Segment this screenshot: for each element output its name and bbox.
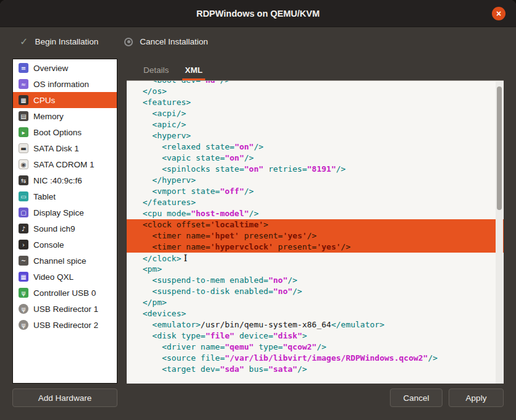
code-line: <disk type="file" device="disk">	[127, 330, 504, 342]
display-icon	[19, 208, 28, 217]
code-line: <source file="/var/lib/libvirt/images/RD…	[127, 353, 504, 364]
add-hardware-button[interactable]: Add Hardware	[12, 388, 117, 407]
text-cursor-ibeam: I	[184, 253, 187, 264]
sidebar-item-memory[interactable]: Memory	[13, 108, 117, 124]
sidebar-item-display-spice[interactable]: Display Spice	[13, 204, 117, 220]
tab-xml[interactable]: XML	[177, 59, 211, 80]
begin-installation-button[interactable]: ✓ Begin Installation	[20, 37, 98, 47]
code-line: <spinlocks state="on" retries="8191"/>	[127, 164, 504, 175]
sidebar-item-label: SATA CDROM 1	[33, 160, 95, 169]
sidebar-item-label: OS information	[33, 80, 89, 89]
code-line: <devices>	[127, 308, 504, 319]
code-line: <timer name='hpet' present='yes'/>	[127, 230, 504, 242]
sidebar-item-usb-redirector-1[interactable]: USB Redirector 1	[13, 301, 117, 317]
code-line: <vmport state="off"/>	[127, 186, 504, 197]
code-line: <cpu mode="host-model"/>	[127, 208, 504, 219]
code-line: <hyperv>	[127, 130, 504, 141]
xml-code: <boot dev='hd'/> </os> <features> <acpi/…	[127, 80, 504, 375]
tab-details[interactable]: Details	[135, 59, 177, 80]
console-icon	[19, 240, 28, 250]
sidebar-item-sata-disk-1[interactable]: SATA Disk 1	[13, 140, 117, 156]
sidebar-item-label: Console	[33, 240, 64, 250]
sidebar-item-channel-spice[interactable]: Channel spice	[13, 253, 117, 269]
sidebar-item-label: Memory	[33, 112, 64, 121]
sidebar-item-label: CPUs	[33, 96, 55, 105]
channel-icon	[19, 256, 28, 266]
code-line: </pm>	[127, 297, 504, 308]
sidebar-item-label: SATA Disk 1	[33, 144, 79, 153]
usb-redirector-icon	[19, 304, 28, 314]
memory-icon	[19, 111, 28, 121]
tablet-icon	[19, 191, 28, 201]
sidebar-item-usb-redirector-2[interactable]: USB Redirector 2	[13, 317, 117, 333]
sidebar-item-label: Video QXL	[33, 272, 74, 282]
code-line: </features>	[127, 197, 504, 208]
sidebar-item-sata-cdrom-1[interactable]: SATA CDROM 1	[13, 156, 117, 172]
code-line: <apic/>	[127, 119, 504, 130]
apply-button[interactable]: Apply	[449, 388, 504, 407]
overview-icon	[19, 63, 28, 73]
sidebar-item-label: USB Redirector 2	[33, 321, 98, 330]
sound-icon	[19, 224, 28, 233]
close-icon: ×	[496, 9, 501, 18]
tab-details-label: Details	[143, 65, 169, 75]
scrollbar-thumb[interactable]	[497, 86, 502, 210]
cpu-icon	[19, 95, 28, 105]
code-line: </clock>I	[127, 253, 504, 264]
code-line: <target dev="sda" bus="sata"/>	[127, 364, 504, 375]
code-line: </os>	[127, 86, 504, 97]
sidebar-item-tablet[interactable]: Tablet	[13, 188, 117, 204]
code-line: <features>	[127, 97, 504, 108]
code-line: <acpi/>	[127, 108, 504, 119]
usb-redirector-icon	[19, 320, 28, 330]
window-title: RDPWindows on QEMU/KVM	[197, 9, 320, 19]
sidebar-item-sound-ich9[interactable]: Sound ich9	[13, 220, 117, 237]
sidebar-item-cpus[interactable]: CPUs	[13, 92, 117, 108]
titlebar[interactable]: RDPWindows on QEMU/KVM ×	[0, 0, 516, 27]
sidebar-item-nic-40-9c-f6[interactable]: NIC :40:9c:f6	[13, 172, 117, 188]
check-icon: ✓	[20, 37, 28, 47]
sidebar-item-label: Display Spice	[33, 208, 84, 217]
sidebar-item-console[interactable]: Console	[13, 237, 117, 253]
code-line: <boot dev='hd'/>	[127, 80, 504, 86]
sidebar-item-label: Tablet	[33, 192, 56, 201]
video-icon	[19, 272, 28, 282]
code-line: <vapic state="on"/>	[127, 153, 504, 164]
cancel-button[interactable]: Cancel	[390, 388, 442, 407]
sidebar-item-video-qxl[interactable]: Video QXL	[13, 269, 117, 285]
sidebar-item-boot-options[interactable]: Boot Options	[13, 124, 117, 140]
sidebar-item-label: USB Redirector 1	[33, 304, 98, 314]
sidebar-item-controller-usb-0[interactable]: Controller USB 0	[13, 285, 117, 301]
boot-icon	[19, 127, 28, 137]
scrollbar[interactable]	[496, 82, 503, 384]
cancel-installation-button[interactable]: Cancel Installation	[124, 37, 208, 46]
sidebar-item-label: Sound ich9	[33, 224, 75, 233]
tab-bar: Details XML	[127, 59, 504, 80]
code-line: <pm>	[127, 264, 504, 275]
code-line: <suspend-to-disk enabled="no"/>	[127, 286, 504, 297]
usb-controller-icon	[19, 288, 28, 298]
sidebar-item-os-information[interactable]: OS information	[13, 76, 117, 92]
disk-icon	[19, 143, 28, 153]
code-line: <relaxed state="on"/>	[127, 141, 504, 153]
nic-icon	[19, 175, 28, 185]
code-line: <clock offset='localtime'>	[127, 219, 504, 230]
os-info-icon	[19, 79, 28, 89]
code-line: <suspend-to-mem enabled="no"/>	[127, 275, 504, 286]
tab-xml-label: XML	[185, 65, 203, 75]
sidebar-item-label: NIC :40:9c:f6	[33, 176, 82, 185]
xml-editor[interactable]: <boot dev='hd'/> </os> <features> <acpi/…	[127, 80, 504, 384]
close-button[interactable]: ×	[492, 7, 505, 20]
hardware-list: OverviewOS informationCPUsMemoryBoot Opt…	[12, 59, 117, 384]
sidebar-item-overview[interactable]: Overview	[13, 60, 117, 76]
code-line: <timer name='hypervclock' present='yes'/…	[127, 242, 504, 253]
code-line: </hyperv>	[127, 175, 504, 186]
cdrom-icon	[19, 159, 28, 169]
code-line: <driver name="qemu" type="qcow2"/>	[127, 342, 504, 353]
sidebar-item-label: Controller USB 0	[33, 288, 96, 298]
cancel-installation-label: Cancel Installation	[140, 37, 208, 46]
record-circle-icon	[124, 38, 133, 46]
toolbar: ✓ Begin Installation Cancel Installation	[0, 28, 516, 56]
code-line: <emulator>/usr/bin/qemu-system-x86_64</e…	[127, 319, 504, 330]
sidebar-item-label: Boot Options	[33, 128, 82, 137]
